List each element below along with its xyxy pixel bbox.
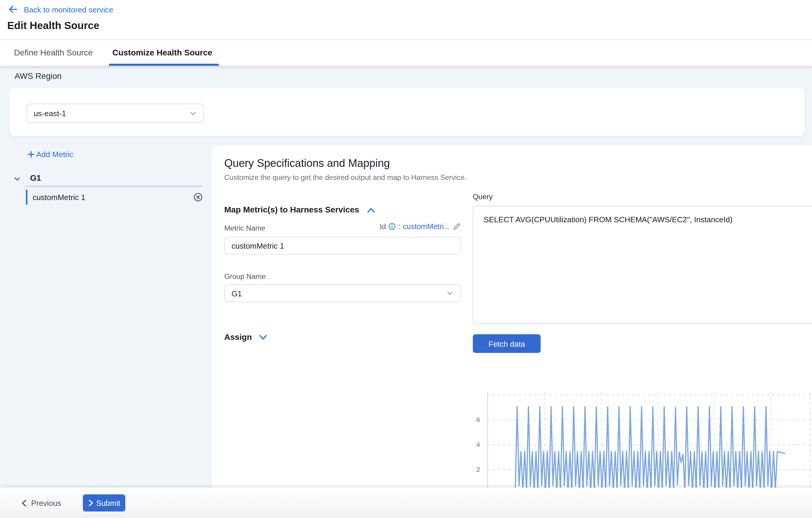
- aws-region-value: us-east-1: [27, 109, 190, 118]
- id-separator: :: [398, 222, 400, 230]
- chevron-right-icon: [88, 500, 94, 507]
- group-name-select[interactable]: G1: [224, 284, 461, 302]
- section-heading: Query Specifications and Mapping: [224, 157, 390, 169]
- plus-icon: [28, 151, 35, 158]
- assign-label: Assign: [224, 333, 252, 342]
- group-divider: [26, 186, 202, 187]
- query-editor[interactable]: SELECT AVG(CPUUtilization) FROM SCHEMA("…: [473, 206, 812, 324]
- id-label: Id: [380, 222, 385, 230]
- chevron-down-icon: [446, 290, 454, 297]
- metric-item-label: customMetric 1: [33, 193, 194, 202]
- chevron-left-icon: [21, 499, 28, 507]
- selected-metric-indicator: [26, 190, 27, 205]
- metric-id-row: Id : customMetri...: [306, 222, 461, 230]
- health-source-tabbar: Define Health Source Customize Health So…: [0, 39, 812, 66]
- page-header: Back to monitored service Edit Health So…: [0, 0, 812, 39]
- chevron-down-icon: [259, 334, 268, 341]
- edit-pencil-icon[interactable]: [453, 222, 461, 230]
- metric-id-value-link[interactable]: customMetri...: [403, 222, 450, 230]
- sidebar-item-custom-metric[interactable]: customMetric 1: [26, 190, 202, 205]
- chevron-up-icon: [366, 207, 375, 213]
- remove-metric-button[interactable]: [194, 193, 203, 202]
- assign-section-toggle[interactable]: Assign: [224, 333, 268, 342]
- query-specifications-panel: [212, 145, 812, 518]
- submit-label: Submit: [96, 498, 120, 507]
- footer-bar: Previous Submit: [0, 488, 812, 518]
- metric-name-input[interactable]: [224, 237, 461, 254]
- group-collapse-chevron[interactable]: [13, 174, 21, 185]
- previous-button[interactable]: Previous: [21, 488, 61, 518]
- query-label: Query: [473, 192, 493, 201]
- back-arrow-icon: [8, 5, 18, 14]
- edit-health-source-page: Back to monitored service Edit Health So…: [0, 0, 812, 518]
- metric-group-header[interactable]: G1: [30, 174, 41, 183]
- aws-region-select[interactable]: us-east-1: [26, 104, 204, 123]
- group-name-label: Group Name: [224, 272, 266, 280]
- tab-define-health-source[interactable]: Define Health Source: [14, 40, 93, 66]
- circle-x-icon: [194, 193, 203, 202]
- aws-region-card: us-east-1: [9, 88, 805, 136]
- metric-name-label: Metric Name: [224, 224, 265, 232]
- add-metric-label: Add Metric: [36, 149, 73, 159]
- fetch-data-button[interactable]: Fetch data: [473, 334, 541, 353]
- add-metric-button[interactable]: Add Metric: [28, 149, 74, 159]
- info-icon[interactable]: [388, 223, 396, 230]
- tab-customize-health-source[interactable]: Customize Health Source: [112, 40, 212, 66]
- map-metrics-label: Map Metric(s) to Harness Services: [224, 205, 359, 214]
- chevron-down-icon: [190, 110, 197, 117]
- page-title: Edit Health Source: [7, 20, 99, 31]
- previous-label: Previous: [31, 498, 61, 507]
- active-tab-underline: [109, 64, 219, 66]
- submit-button[interactable]: Submit: [83, 494, 125, 512]
- group-name-value: G1: [225, 289, 446, 298]
- back-to-monitored-service-link[interactable]: Back to monitored service: [8, 5, 113, 14]
- back-link-label: Back to monitored service: [24, 5, 113, 14]
- map-metrics-section-toggle[interactable]: Map Metric(s) to Harness Services: [224, 205, 375, 214]
- chevron-down-icon: [13, 174, 21, 183]
- section-subheading: Customize the query to get the desired o…: [224, 173, 466, 181]
- aws-region-label: AWS Region: [14, 72, 62, 81]
